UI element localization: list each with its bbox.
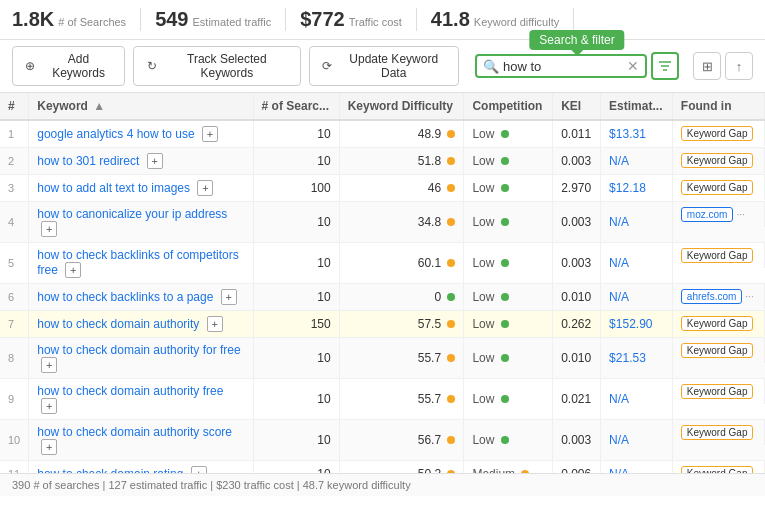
update-data-button[interactable]: ⟳ Update Keyword Data xyxy=(309,46,459,86)
competition-cell: Low xyxy=(464,120,553,148)
competition-dot xyxy=(501,157,509,165)
keyword-link[interactable]: how to check domain authority free xyxy=(37,384,223,398)
row-num: 5 xyxy=(0,243,29,284)
found-badge[interactable]: Keyword Gap xyxy=(681,153,754,168)
stat-num: 1.8K xyxy=(12,8,54,31)
search-input[interactable] xyxy=(503,59,623,74)
col-difficulty[interactable]: Keyword Difficulty xyxy=(339,93,464,120)
keyword-link[interactable]: how to check domain authority xyxy=(37,317,199,331)
keyword-link[interactable]: how to check domain authority score xyxy=(37,425,232,439)
estimate-cell: N/A xyxy=(601,148,673,175)
track-keywords-label: Track Selected Keywords xyxy=(164,52,290,80)
found-badge[interactable]: Keyword Gap xyxy=(681,316,754,331)
export-button[interactable]: ↑ xyxy=(725,52,753,80)
add-keyword-button[interactable]: + xyxy=(207,316,223,332)
competition-cell: Low xyxy=(464,420,553,461)
competition-cell: Low xyxy=(464,202,553,243)
add-keyword-button[interactable]: + xyxy=(191,466,207,473)
kei-cell: 0.010 xyxy=(553,284,601,311)
found-badge[interactable]: Keyword Gap xyxy=(681,180,754,195)
filter-button[interactable] xyxy=(651,52,679,80)
keyword-link[interactable]: how to check domain authority for free xyxy=(37,343,240,357)
searches-cell: 10 xyxy=(253,120,339,148)
competition-dot xyxy=(501,354,509,362)
found-cell: Keyword Gap xyxy=(673,121,765,146)
keyword-cell: how to 301 redirect + xyxy=(29,148,253,175)
kei-cell: 0.003 xyxy=(553,148,601,175)
add-keyword-button[interactable]: + xyxy=(41,357,57,373)
keyword-link[interactable]: how to check backlinks to a page xyxy=(37,290,213,304)
difficulty-dot xyxy=(447,157,455,165)
row-num: 3 xyxy=(0,175,29,202)
add-keyword-button[interactable]: + xyxy=(202,126,218,142)
keyword-link[interactable]: how to add alt text to images xyxy=(37,181,190,195)
add-keyword-button[interactable]: + xyxy=(41,221,57,237)
col-searches[interactable]: # of Searc... xyxy=(253,93,339,120)
keyword-link[interactable]: how to check domain rating xyxy=(37,467,183,473)
kei-cell: 2.970 xyxy=(553,175,601,202)
competition-cell: Low xyxy=(464,379,553,420)
found-badge-site[interactable]: moz.com xyxy=(681,207,734,222)
found-badge[interactable]: Keyword Gap xyxy=(681,425,754,440)
add-keywords-button[interactable]: ⊕ Add Keywords xyxy=(12,46,125,86)
found-cell: Keyword Gap xyxy=(673,461,765,473)
add-keyword-button[interactable]: + xyxy=(147,153,163,169)
search-filter-box: 🔍 ✕ xyxy=(475,54,647,78)
searches-cell: 10 xyxy=(253,284,339,311)
col-num: # xyxy=(0,93,29,120)
competition-dot xyxy=(501,293,509,301)
estimate-cell: $13.31 xyxy=(601,120,673,148)
col-kei[interactable]: KEI xyxy=(553,93,601,120)
row-num: 1 xyxy=(0,120,29,148)
col-competition[interactable]: Competition xyxy=(464,93,553,120)
keyword-link[interactable]: how to 301 redirect xyxy=(37,154,139,168)
keyword-cell: how to check backlinks to a page + xyxy=(29,284,253,311)
competition-cell: Low xyxy=(464,148,553,175)
difficulty-cell: 34.8 xyxy=(339,202,464,243)
add-keyword-button[interactable]: + xyxy=(41,439,57,455)
add-keyword-button[interactable]: + xyxy=(65,262,81,278)
clear-search-button[interactable]: ✕ xyxy=(627,58,639,74)
col-estimate[interactable]: Estimat... xyxy=(601,93,673,120)
keyword-cell: how to check domain authority + xyxy=(29,311,253,338)
found-more[interactable]: ··· xyxy=(736,209,744,220)
keyword-cell: how to check domain rating + xyxy=(29,461,253,474)
grid-view-button[interactable]: ⊞ xyxy=(693,52,721,80)
found-badge[interactable]: Keyword Gap xyxy=(681,248,754,263)
keyword-cell: how to check domain authority for free + xyxy=(29,338,253,379)
track-keywords-button[interactable]: ↻ Track Selected Keywords xyxy=(133,46,300,86)
difficulty-dot xyxy=(447,320,455,328)
difficulty-cell: 60.1 xyxy=(339,243,464,284)
difficulty-cell: 0 xyxy=(339,284,464,311)
kei-cell: 0.003 xyxy=(553,420,601,461)
found-cell: Keyword Gap xyxy=(673,311,765,336)
stat-num: 41.8 xyxy=(431,8,470,31)
col-keyword[interactable]: Keyword ▲ xyxy=(29,93,253,120)
found-cell: moz.com··· xyxy=(673,202,765,227)
add-keyword-button[interactable]: + xyxy=(221,289,237,305)
row-num: 10 xyxy=(0,420,29,461)
competition-dot xyxy=(501,320,509,328)
found-badge[interactable]: Keyword Gap xyxy=(681,384,754,399)
found-more[interactable]: ··· xyxy=(745,291,753,302)
keyword-cell: how to canonicalize your ip address + xyxy=(29,202,253,243)
found-cell: ahrefs.com··· xyxy=(673,284,765,309)
keyword-link[interactable]: google analytics 4 how to use xyxy=(37,127,194,141)
keyword-table: # Keyword ▲ # of Searc... Keyword Diffic… xyxy=(0,93,765,473)
estimate-cell: N/A xyxy=(601,202,673,243)
found-badge[interactable]: Keyword Gap xyxy=(681,343,754,358)
stat-label: Traffic cost xyxy=(349,16,402,28)
difficulty-cell: 48.9 xyxy=(339,120,464,148)
estimate-cell: $152.90 xyxy=(601,311,673,338)
found-cell: Keyword Gap xyxy=(673,243,765,268)
found-badge[interactable]: Keyword Gap xyxy=(681,126,754,141)
keyword-link[interactable]: how to canonicalize your ip address xyxy=(37,207,227,221)
found-badge[interactable]: Keyword Gap xyxy=(681,466,754,473)
add-keyword-button[interactable]: + xyxy=(41,398,57,414)
found-badge-site[interactable]: ahrefs.com xyxy=(681,289,742,304)
estimate-cell: $12.18 xyxy=(601,175,673,202)
kei-cell: 0.006 xyxy=(553,461,601,474)
add-keyword-button[interactable]: + xyxy=(197,180,213,196)
keyword-cell: how to check backlinks of competitors fr… xyxy=(29,243,253,284)
difficulty-cell: 46 xyxy=(339,175,464,202)
